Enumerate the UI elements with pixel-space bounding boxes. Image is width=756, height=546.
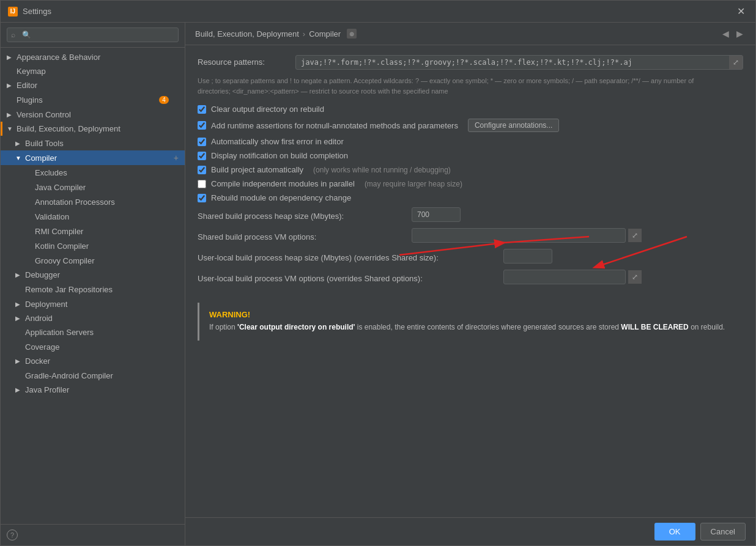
pin-button[interactable]: ⊕ xyxy=(347,29,357,39)
sidebar-item-label: Application Servers xyxy=(25,328,179,337)
display-notif-checkbox[interactable] xyxy=(198,152,206,160)
arrow-icon: ▶ xyxy=(7,111,14,118)
sidebar-item-build-exec[interactable]: ▼ Build, Execution, Deployment xyxy=(1,122,185,136)
add-runtime-checkbox[interactable] xyxy=(198,121,206,130)
sidebar-bottom: ? xyxy=(1,524,185,545)
sidebar-item-java-profiler[interactable]: ▶ Java Profiler xyxy=(1,383,185,397)
breadcrumb-separator: › xyxy=(303,29,305,39)
vm-options-label: Shared build process VM options: xyxy=(198,230,406,242)
forward-button[interactable]: ▶ xyxy=(734,28,746,40)
sidebar-item-coverage[interactable]: Coverage + xyxy=(1,339,185,354)
sidebar-item-validation[interactable]: Validation + xyxy=(1,209,185,224)
sidebar-item-label: Build, Execution, Deployment xyxy=(17,124,179,133)
resource-patterns-input[interactable] xyxy=(296,56,729,69)
back-button[interactable]: ◀ xyxy=(720,28,732,40)
close-button[interactable]: ✕ xyxy=(733,4,748,19)
sidebar-item-remote-jar[interactable]: Remote Jar Repositories + xyxy=(1,282,185,297)
window-title: Settings xyxy=(23,7,51,16)
sidebar-item-compiler[interactable]: ▼ Compiler + xyxy=(1,150,185,165)
expand-button[interactable]: ⤢ xyxy=(729,56,743,69)
rebuild-module-checkbox[interactable] xyxy=(198,194,206,202)
sidebar-item-label: Annotation Processors xyxy=(35,197,171,207)
vm-options-input[interactable] xyxy=(412,228,626,243)
display-notif-label: Display notification on build completion xyxy=(211,151,348,160)
user-vm-label: User-local build process VM options (ove… xyxy=(198,271,497,283)
breadcrumb-current: Compiler xyxy=(309,29,341,39)
sidebar-item-java-compiler[interactable]: Java Compiler + xyxy=(1,180,185,194)
compile-parallel-checkbox[interactable] xyxy=(198,180,206,188)
sidebar-item-label: Remote Jar Repositories xyxy=(25,285,171,294)
user-vm-input[interactable] xyxy=(503,270,626,284)
ok-button[interactable]: OK xyxy=(654,523,695,540)
user-heap-input[interactable] xyxy=(503,249,552,264)
sidebar-item-docker[interactable]: ▶ Docker xyxy=(1,354,185,368)
build-auto-note: (only works while not running / debuggin… xyxy=(313,166,451,174)
sidebar-item-plugins[interactable]: Plugins 4 + xyxy=(1,92,185,107)
sidebar-item-label: Keymap xyxy=(17,67,179,76)
sidebar-item-version-control[interactable]: ▶ Version Control + xyxy=(1,107,185,122)
sidebar-item-kotlin-compiler[interactable]: Kotlin Compiler + xyxy=(1,238,185,253)
arrow-icon: ▶ xyxy=(15,358,23,364)
auto-show-checkbox[interactable] xyxy=(198,138,206,146)
help-button[interactable]: ? xyxy=(7,529,18,540)
hint-text: Use ; to separate patterns and ! to nega… xyxy=(198,76,724,96)
user-vm-row: User-local build process VM options (ove… xyxy=(198,270,743,284)
sidebar-item-debugger[interactable]: ▶ Debugger xyxy=(1,268,185,282)
sidebar-item-excludes[interactable]: Excludes + xyxy=(1,165,185,180)
arrow-icon: ▶ xyxy=(15,315,23,322)
resource-patterns-label: Resource patterns: xyxy=(198,55,289,67)
sidebar-item-android[interactable]: ▶ Android xyxy=(1,311,185,325)
heap-size-label: Shared build process heap size (Mbytes): xyxy=(198,209,406,221)
sidebar-item-editor[interactable]: ▶ Editor xyxy=(1,78,185,92)
sidebar: ⌕ ▶ Appearance & Behavior Keymap ▶ xyxy=(1,23,185,545)
vm-options-row: Shared build process VM options: ⤢ xyxy=(198,228,743,243)
search-input[interactable] xyxy=(7,28,179,42)
rebuild-module-label: Rebuild module on dependency change xyxy=(211,193,351,202)
clear-output-checkbox[interactable] xyxy=(198,105,206,114)
sidebar-item-label: Docker xyxy=(25,356,179,366)
add-runtime-label: Add runtime assertions for notnull-annot… xyxy=(211,121,458,130)
plugins-badge: 4 xyxy=(159,96,169,104)
arrow-icon: ▶ xyxy=(7,54,14,61)
sidebar-item-appearance[interactable]: ▶ Appearance & Behavior xyxy=(1,50,185,64)
arrow-icon: ▼ xyxy=(7,125,14,132)
sidebar-item-app-servers[interactable]: Application Servers xyxy=(1,325,185,339)
sidebar-item-rmi-compiler[interactable]: RMI Compiler + xyxy=(1,224,185,238)
clear-output-label: Clear output directory on rebuild xyxy=(211,105,324,114)
heap-size-input[interactable] xyxy=(412,207,461,222)
arrow-icon: ▶ xyxy=(15,301,23,308)
build-auto-checkbox[interactable] xyxy=(198,166,206,174)
arrow-icon: ▶ xyxy=(7,82,14,89)
configure-annotations-button[interactable]: Configure annotations... xyxy=(468,119,559,132)
user-vm-expand-button[interactable]: ⤢ xyxy=(628,270,642,284)
arrow-icon: ▶ xyxy=(15,140,23,147)
sidebar-item-label: Validation xyxy=(35,212,171,221)
sidebar-item-label: Java Compiler xyxy=(35,183,171,192)
sidebar-item-groovy-compiler[interactable]: Groovy Compiler + xyxy=(1,253,185,268)
sidebar-item-label: Java Profiler xyxy=(25,385,179,394)
vm-options-expand-button[interactable]: ⤢ xyxy=(628,229,642,242)
heap-size-row: Shared build process heap size (Mbytes): xyxy=(198,207,743,222)
sidebar-item-label: Compiler xyxy=(25,153,171,163)
sidebar-item-label: Gradle-Android Compiler xyxy=(25,371,171,380)
sidebar-item-label: Deployment xyxy=(25,300,171,309)
sidebar-item-label: RMI Compiler xyxy=(35,227,171,236)
nav-arrows: ◀ ▶ xyxy=(720,28,746,40)
sidebar-item-label: Build Tools xyxy=(25,139,171,148)
arrow-icon: ▶ xyxy=(15,271,23,278)
plus-icon[interactable]: + xyxy=(174,153,179,163)
user-vm-wrapper: ⤢ xyxy=(503,270,642,284)
sidebar-item-deployment[interactable]: ▶ Deployment + xyxy=(1,297,185,311)
app-icon: IJ xyxy=(8,7,18,17)
sidebar-item-build-tools[interactable]: ▶ Build Tools + xyxy=(1,136,185,150)
build-auto-label: Build project automatically xyxy=(211,165,303,174)
sidebar-item-annotation-processors[interactable]: Annotation Processors + xyxy=(1,194,185,209)
sidebar-item-gradle-android[interactable]: Gradle-Android Compiler + xyxy=(1,368,185,383)
sidebar-item-label: Kotlin Compiler xyxy=(35,242,171,251)
panel-content: Resource patterns: ⤢ Use ; to separate p… xyxy=(185,45,755,517)
checkbox-display-notif: Display notification on build completion xyxy=(198,151,743,160)
resource-patterns-row: Resource patterns: ⤢ xyxy=(198,55,743,70)
cancel-button[interactable]: Cancel xyxy=(700,523,746,540)
arrow-icon: ▶ xyxy=(15,386,23,393)
sidebar-item-keymap[interactable]: Keymap xyxy=(1,64,185,78)
